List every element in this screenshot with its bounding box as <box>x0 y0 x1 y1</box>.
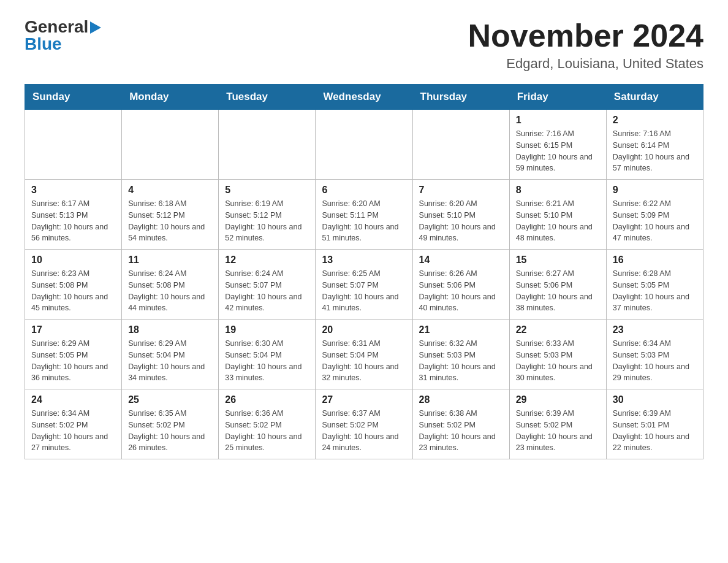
day-number: 20 <box>322 324 406 335</box>
day-info: Sunrise: 6:26 AMSunset: 5:06 PMDaylight:… <box>419 268 503 314</box>
calendar-table: SundayMondayTuesdayWednesdayThursdayFrid… <box>25 84 703 459</box>
calendar-cell: 28 Sunrise: 6:38 AMSunset: 5:02 PMDaylig… <box>412 389 509 459</box>
day-info: Sunrise: 6:20 AMSunset: 5:11 PMDaylight:… <box>322 198 406 244</box>
calendar-cell <box>122 110 219 180</box>
day-info: Sunrise: 6:36 AMSunset: 5:02 PMDaylight:… <box>225 408 309 454</box>
calendar-cell: 26 Sunrise: 6:36 AMSunset: 5:02 PMDaylig… <box>219 389 316 459</box>
day-number: 19 <box>225 324 309 335</box>
calendar-week-row: 3 Sunrise: 6:17 AMSunset: 5:13 PMDayligh… <box>25 180 703 250</box>
svg-marker-0 <box>90 21 101 34</box>
day-number: 22 <box>516 324 600 335</box>
day-info: Sunrise: 6:22 AMSunset: 5:09 PMDaylight:… <box>613 198 697 244</box>
calendar-cell <box>412 110 509 180</box>
day-number: 8 <box>516 185 600 196</box>
logo-blue-text: Blue <box>25 36 62 53</box>
day-number: 23 <box>613 324 697 335</box>
day-info: Sunrise: 6:30 AMSunset: 5:04 PMDaylight:… <box>225 338 309 384</box>
day-info: Sunrise: 6:33 AMSunset: 5:03 PMDaylight:… <box>516 338 600 384</box>
calendar-cell: 25 Sunrise: 6:35 AMSunset: 5:02 PMDaylig… <box>122 389 219 459</box>
calendar-cell: 17 Sunrise: 6:29 AMSunset: 5:05 PMDaylig… <box>25 320 122 389</box>
calendar-header-saturday: Saturday <box>606 85 703 110</box>
day-number: 12 <box>225 255 309 266</box>
day-info: Sunrise: 6:18 AMSunset: 5:12 PMDaylight:… <box>128 198 212 244</box>
day-info: Sunrise: 6:24 AMSunset: 5:08 PMDaylight:… <box>128 268 212 314</box>
day-number: 4 <box>128 185 212 196</box>
day-number: 2 <box>613 115 697 126</box>
logo-triangle-icon <box>90 21 101 34</box>
calendar-cell: 2 Sunrise: 7:16 AMSunset: 6:14 PMDayligh… <box>606 110 703 180</box>
calendar-header-wednesday: Wednesday <box>316 85 412 110</box>
day-info: Sunrise: 6:28 AMSunset: 5:05 PMDaylight:… <box>613 268 697 314</box>
day-number: 15 <box>516 255 600 266</box>
calendar-cell: 11 Sunrise: 6:24 AMSunset: 5:08 PMDaylig… <box>122 250 219 320</box>
day-info: Sunrise: 6:17 AMSunset: 5:13 PMDaylight:… <box>31 198 115 244</box>
day-number: 30 <box>613 394 697 405</box>
day-number: 14 <box>419 255 503 266</box>
day-info: Sunrise: 6:31 AMSunset: 5:04 PMDaylight:… <box>322 338 406 384</box>
day-number: 21 <box>419 324 503 335</box>
day-info: Sunrise: 6:34 AMSunset: 5:02 PMDaylight:… <box>31 408 115 454</box>
calendar-header-thursday: Thursday <box>412 85 509 110</box>
calendar-cell: 22 Sunrise: 6:33 AMSunset: 5:03 PMDaylig… <box>509 320 606 389</box>
calendar-week-row: 10 Sunrise: 6:23 AMSunset: 5:08 PMDaylig… <box>25 250 703 320</box>
day-info: Sunrise: 6:19 AMSunset: 5:12 PMDaylight:… <box>225 198 309 244</box>
calendar-cell: 29 Sunrise: 6:39 AMSunset: 5:02 PMDaylig… <box>509 389 606 459</box>
header-area: General Blue November 2024 Edgard, Louis… <box>25 18 703 72</box>
calendar-week-row: 1 Sunrise: 7:16 AMSunset: 6:15 PMDayligh… <box>25 110 703 180</box>
calendar-cell: 10 Sunrise: 6:23 AMSunset: 5:08 PMDaylig… <box>25 250 122 320</box>
calendar-cell: 30 Sunrise: 6:39 AMSunset: 5:01 PMDaylig… <box>606 389 703 459</box>
calendar-cell: 15 Sunrise: 6:27 AMSunset: 5:06 PMDaylig… <box>509 250 606 320</box>
day-info: Sunrise: 6:20 AMSunset: 5:10 PMDaylight:… <box>419 198 503 244</box>
calendar-cell: 3 Sunrise: 6:17 AMSunset: 5:13 PMDayligh… <box>25 180 122 250</box>
calendar-cell: 13 Sunrise: 6:25 AMSunset: 5:07 PMDaylig… <box>316 250 412 320</box>
calendar-cell: 4 Sunrise: 6:18 AMSunset: 5:12 PMDayligh… <box>122 180 219 250</box>
calendar-cell <box>219 110 316 180</box>
calendar-cell: 18 Sunrise: 6:29 AMSunset: 5:04 PMDaylig… <box>122 320 219 389</box>
day-number: 10 <box>31 255 115 266</box>
calendar-cell: 20 Sunrise: 6:31 AMSunset: 5:04 PMDaylig… <box>316 320 412 389</box>
calendar-cell: 5 Sunrise: 6:19 AMSunset: 5:12 PMDayligh… <box>219 180 316 250</box>
calendar-cell: 9 Sunrise: 6:22 AMSunset: 5:09 PMDayligh… <box>606 180 703 250</box>
day-info: Sunrise: 6:38 AMSunset: 5:02 PMDaylight:… <box>419 408 503 454</box>
calendar-cell: 1 Sunrise: 7:16 AMSunset: 6:15 PMDayligh… <box>509 110 606 180</box>
day-number: 25 <box>128 394 212 405</box>
calendar-cell: 16 Sunrise: 6:28 AMSunset: 5:05 PMDaylig… <box>606 250 703 320</box>
day-number: 6 <box>322 185 406 196</box>
calendar-header-friday: Friday <box>509 85 606 110</box>
day-info: Sunrise: 6:21 AMSunset: 5:10 PMDaylight:… <box>516 198 600 244</box>
day-info: Sunrise: 6:25 AMSunset: 5:07 PMDaylight:… <box>322 268 406 314</box>
day-number: 9 <box>613 185 697 196</box>
calendar-subtitle: Edgard, Louisiana, United States <box>468 56 703 72</box>
day-number: 17 <box>31 324 115 335</box>
calendar-header-row: SundayMondayTuesdayWednesdayThursdayFrid… <box>25 85 703 110</box>
day-number: 27 <box>322 394 406 405</box>
day-info: Sunrise: 6:39 AMSunset: 5:01 PMDaylight:… <box>613 408 697 454</box>
calendar-header-monday: Monday <box>122 85 219 110</box>
calendar-cell: 12 Sunrise: 6:24 AMSunset: 5:07 PMDaylig… <box>219 250 316 320</box>
day-info: Sunrise: 6:32 AMSunset: 5:03 PMDaylight:… <box>419 338 503 384</box>
calendar-cell: 21 Sunrise: 6:32 AMSunset: 5:03 PMDaylig… <box>412 320 509 389</box>
day-info: Sunrise: 6:24 AMSunset: 5:07 PMDaylight:… <box>225 268 309 314</box>
day-number: 5 <box>225 185 309 196</box>
day-info: Sunrise: 6:29 AMSunset: 5:05 PMDaylight:… <box>31 338 115 384</box>
calendar-cell: 8 Sunrise: 6:21 AMSunset: 5:10 PMDayligh… <box>509 180 606 250</box>
calendar-week-row: 17 Sunrise: 6:29 AMSunset: 5:05 PMDaylig… <box>25 320 703 389</box>
title-area: November 2024 Edgard, Louisiana, United … <box>468 18 703 72</box>
day-number: 16 <box>613 255 697 266</box>
day-info: Sunrise: 6:37 AMSunset: 5:02 PMDaylight:… <box>322 408 406 454</box>
calendar-cell: 23 Sunrise: 6:34 AMSunset: 5:03 PMDaylig… <box>606 320 703 389</box>
calendar-header-sunday: Sunday <box>25 85 122 110</box>
day-number: 26 <box>225 394 309 405</box>
day-number: 18 <box>128 324 212 335</box>
day-info: Sunrise: 6:34 AMSunset: 5:03 PMDaylight:… <box>613 338 697 384</box>
day-info: Sunrise: 7:16 AMSunset: 6:15 PMDaylight:… <box>516 128 600 174</box>
day-number: 13 <box>322 255 406 266</box>
day-info: Sunrise: 6:27 AMSunset: 5:06 PMDaylight:… <box>516 268 600 314</box>
calendar-cell: 6 Sunrise: 6:20 AMSunset: 5:11 PMDayligh… <box>316 180 412 250</box>
day-number: 1 <box>516 115 600 126</box>
day-number: 11 <box>128 255 212 266</box>
calendar-cell <box>25 110 122 180</box>
day-number: 24 <box>31 394 115 405</box>
day-info: Sunrise: 6:23 AMSunset: 5:08 PMDaylight:… <box>31 268 115 314</box>
day-info: Sunrise: 6:39 AMSunset: 5:02 PMDaylight:… <box>516 408 600 454</box>
